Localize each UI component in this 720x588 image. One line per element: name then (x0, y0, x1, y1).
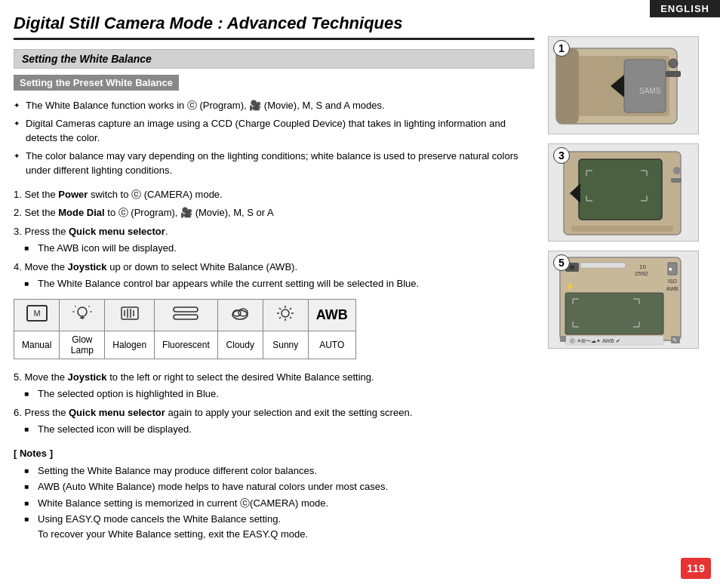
step-1: 1. Set the Power switch to ⓒ (CAMERA) mo… (14, 187, 534, 202)
svg-text:2592: 2592 (635, 270, 648, 277)
steps-5-6: 5. Move the Joystick to the left or righ… (14, 370, 534, 437)
image-number-1: 1 (553, 40, 570, 57)
note-4: Using EASY.Q mode cancels the White Bala… (24, 512, 534, 541)
svg-line-27 (279, 317, 281, 319)
svg-text:✎: ✎ (672, 337, 677, 343)
step-3: 3. Press the Quick menu selector. The AW… (14, 224, 534, 256)
main-content: Digital Still Camera Mode : Advanced Tec… (0, 0, 720, 553)
wb-table: M (14, 299, 356, 359)
step-6-sub: The selected icon will be displayed. (24, 422, 534, 437)
page-title: Digital Still Camera Mode : Advanced Tec… (14, 14, 534, 40)
step-4-sub: The White Balance control bar appears wh… (24, 276, 534, 291)
svg-rect-34 (666, 71, 681, 77)
wb-label-sunny: Sunny (263, 331, 308, 359)
svg-text:ⓒ ☀⊞〜☁✦ AWB ✔: ⓒ ☀⊞〜☁✦ AWB ✔ (570, 338, 620, 343)
bullet-3: The color balance may vary depending on … (14, 149, 534, 178)
svg-rect-69 (560, 336, 566, 342)
svg-point-50 (570, 265, 574, 269)
svg-rect-36 (579, 159, 662, 220)
svg-rect-51 (580, 263, 626, 268)
note-1: Setting the White Balance may produce di… (24, 463, 534, 479)
notes-section: [ Notes ] Setting the White Balance may … (14, 448, 534, 542)
wb-icon-sunny (263, 299, 308, 331)
steps-1-4: 1. Set the Power switch to ⓒ (CAMERA) mo… (14, 187, 534, 291)
wb-label-cloudy: Cloudy (217, 331, 263, 359)
svg-line-24 (279, 308, 281, 309)
note-3: White Balance setting is memorized in cu… (24, 496, 534, 511)
svg-text:SAMS: SAMS (639, 87, 661, 95)
svg-text:10: 10 (639, 263, 646, 270)
intro-bullets: The White Balance function works in ⓒ (P… (14, 98, 534, 178)
step-6: 6. Press the Quick menu selector again t… (14, 405, 534, 437)
step-2: 2. Set the Mode Dial to ⓒ (Program), 🎥 (… (14, 205, 534, 220)
wb-label-auto: AUTO (308, 331, 355, 359)
camera-image-1: 1 SAMS (548, 36, 699, 134)
svg-line-26 (290, 308, 291, 309)
page-number-badge: 119 (681, 558, 711, 579)
bullet-1: The White Balance function works in ⓒ (P… (14, 98, 534, 113)
svg-text:M: M (33, 309, 40, 318)
camera-image-3: 3 (548, 143, 699, 242)
wb-icon-fluorescent (155, 299, 218, 331)
svg-text:ISO: ISO (668, 279, 678, 284)
section-header: Setting the White Balance (14, 49, 534, 69)
wb-label-manual: Manual (14, 331, 60, 359)
svg-line-25 (290, 317, 291, 319)
step-3-sub: The AWB icon will be displayed. (24, 241, 534, 256)
camera-svg-5: 10 2592 ■ ISO AWB (549, 251, 699, 349)
left-content: Digital Still Camera Mode : Advanced Tec… (14, 14, 548, 545)
svg-rect-58 (565, 293, 663, 334)
wb-icon-manual: M (14, 299, 60, 331)
wb-icon-cloudy (217, 299, 263, 331)
wb-icon-glow (60, 299, 105, 331)
svg-rect-46 (671, 178, 682, 183)
bullet-2: Digital Cameras capture an image using a… (14, 116, 534, 146)
wb-label-glow: GlowLamp (60, 331, 105, 359)
right-images: 1 SAMS (548, 36, 706, 545)
camera-svg-1: SAMS (549, 37, 699, 134)
svg-text:■: ■ (669, 266, 672, 272)
step-4: 4. Move the Joystick up or down to selec… (14, 260, 534, 291)
notes-list: Setting the White Balance may produce di… (24, 463, 534, 542)
svg-point-45 (673, 167, 681, 174)
language-badge: ENGLISH (650, 0, 720, 17)
note-2: AWB (Auto White Balance) mode helps to h… (24, 479, 534, 494)
sub-section-header: Setting the Preset White Balance (14, 75, 179, 91)
image-number-3: 3 (553, 147, 570, 164)
svg-rect-47 (571, 226, 673, 232)
image-number-5: 5 (553, 254, 570, 271)
camera-svg-3 (549, 144, 699, 242)
svg-line-8 (88, 306, 90, 307)
notes-title: [ Notes ] (14, 448, 534, 459)
step-5: 5. Move the Joystick to the left or righ… (14, 370, 534, 402)
svg-point-19 (282, 309, 289, 317)
svg-rect-30 (624, 60, 666, 112)
svg-text:AWB: AWB (666, 286, 678, 291)
svg-rect-31 (556, 48, 579, 124)
wb-label-fluorescent: Fluorescent (155, 331, 218, 359)
svg-text:⚡: ⚡ (565, 282, 575, 291)
svg-point-33 (669, 59, 678, 68)
svg-line-7 (75, 306, 76, 307)
page-container: ENGLISH Digital Still Camera Mode : Adva… (0, 0, 720, 588)
step-5-sub: The selected option is highlighted in Bl… (24, 386, 534, 402)
svg-point-2 (78, 307, 87, 316)
wb-awb-header: AWB (308, 299, 355, 331)
svg-rect-14 (174, 307, 198, 312)
camera-image-5: 5 10 2592 ■ ISO (548, 251, 699, 349)
wb-icon-halogen (105, 299, 155, 331)
svg-rect-15 (174, 315, 198, 319)
wb-label-halogen: Halogen (105, 331, 155, 359)
